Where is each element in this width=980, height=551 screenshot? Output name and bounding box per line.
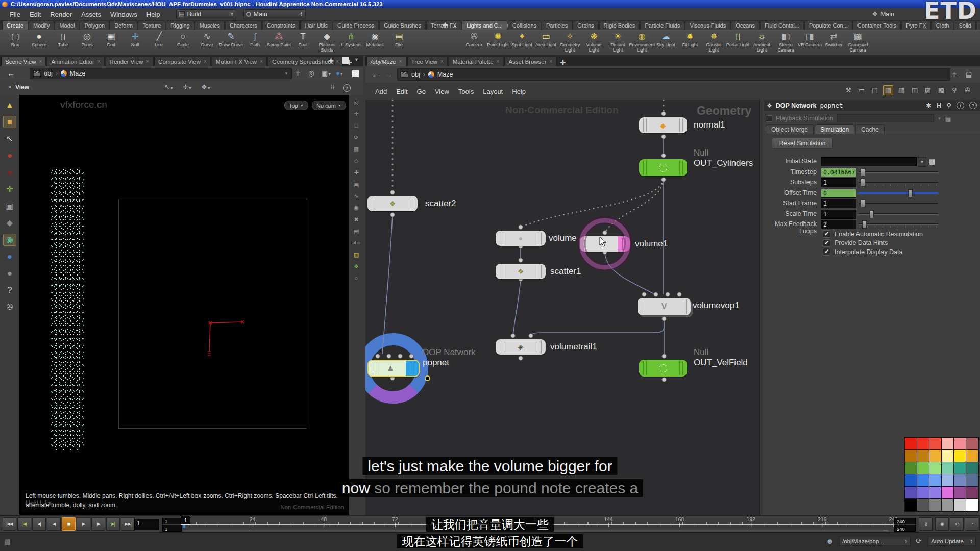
shelf-tool-environment-light[interactable]: ◍Environment Light <box>630 31 654 53</box>
color-swatch[interactable] <box>929 462 941 474</box>
sphere-darkred-icon[interactable]: ● <box>3 166 16 179</box>
transform-handles-icon[interactable]: ✛ <box>3 183 16 195</box>
param-tab-object-merge[interactable]: Object Merge <box>766 124 814 134</box>
shelf-tool-sphere[interactable]: ●Sphere <box>27 31 51 53</box>
shelf-tab-collisions[interactable]: Collisions <box>508 21 541 30</box>
netmenu-view[interactable]: View <box>430 86 454 97</box>
close-tab-icon[interactable]: × <box>440 59 444 65</box>
shelf-set-combo[interactable]: Main ▲▼ <box>243 9 306 19</box>
status-node-path[interactable]: /obj/Maze/pop... ▲▼ <box>839 537 911 546</box>
param-slider-scale-time[interactable] <box>859 210 938 217</box>
shelf-tool-spray-paint[interactable]: ⁂Spray Paint <box>267 31 291 53</box>
playback-file-field[interactable] <box>837 114 934 122</box>
shelf-tab-texture[interactable]: Texture <box>138 21 165 30</box>
help-icon[interactable]: ? <box>969 102 977 109</box>
color-swatch[interactable] <box>917 438 929 449</box>
netmenu-add[interactable]: Add <box>371 86 391 97</box>
chevron-down-icon[interactable]: ▼ <box>918 157 926 167</box>
breadcrumb-node[interactable]: Maze <box>70 70 86 77</box>
color-swatch[interactable] <box>917 474 929 486</box>
shelf-tool-platonic-solids[interactable]: ◆Platonic Solids <box>315 31 339 53</box>
breadcrumb-root[interactable]: obj <box>411 71 420 78</box>
desktop-combo[interactable]: Build ▲▼ <box>176 9 236 19</box>
home-view-icon[interactable]: ◎ <box>351 98 361 106</box>
geometry-box-icon[interactable]: ▣ <box>3 200 16 212</box>
node-scatter2[interactable]: ❖ <box>368 196 418 211</box>
snap-grid-icon[interactable]: ▦ <box>351 145 361 153</box>
prev-key-button[interactable]: |◀ <box>17 517 31 531</box>
pane-tab-render-view[interactable]: Render View× <box>106 57 153 66</box>
tree-list-icon[interactable]: ≔ <box>856 85 867 95</box>
shelf-tab-populate-con[interactable]: Populate Con... <box>804 21 852 30</box>
next-frame-button[interactable]: |▶ <box>91 517 105 531</box>
color-swatch[interactable] <box>905 438 917 449</box>
snapshot-icon[interactable]: ✇ <box>963 85 973 95</box>
shelf-tool-path[interactable]: ∫Path <box>243 31 267 53</box>
close-tab-icon[interactable]: × <box>260 59 263 65</box>
goto-end-button[interactable]: ▶▶| <box>121 517 135 531</box>
update-mode-select[interactable]: Auto Update ▲▼ <box>928 537 976 546</box>
shelf-tab-menu-button[interactable]: ▼ <box>449 24 461 29</box>
play-reverse-button[interactable]: ◀ <box>47 517 61 531</box>
shelf-tool-metaball[interactable]: ◉Metaball <box>363 31 387 53</box>
ghost-display-icon[interactable]: ❖ <box>351 262 361 270</box>
node-volume1[interactable]: ● <box>580 236 630 252</box>
shelf-tool-caustic-light[interactable]: ✵Caustic Light <box>702 31 726 53</box>
file-chooser-icon[interactable]: ▤ <box>929 158 935 165</box>
shelf-tab-particles[interactable]: Particles <box>542 21 572 30</box>
color-swatch[interactable] <box>929 450 941 462</box>
pane-tab-scene-view[interactable]: Scene View× <box>1 57 46 66</box>
label-display-icon[interactable]: abc <box>351 239 361 247</box>
normals-display-icon[interactable]: ✖ <box>351 215 361 223</box>
param-tab-cache[interactable]: Cache <box>855 124 885 134</box>
color-swatch[interactable] <box>954 474 966 486</box>
shelf-tab-constraints[interactable]: Constraints <box>262 21 300 30</box>
slider-handle[interactable] <box>908 189 913 197</box>
range-end-field2[interactable]: 240 <box>894 525 916 532</box>
color-swatch[interactable] <box>917 487 929 498</box>
menu-edit[interactable]: Edit <box>25 9 45 20</box>
close-tab-icon[interactable]: × <box>550 59 553 65</box>
pane-list-icon[interactable]: ▤ <box>966 70 972 78</box>
slider-handle[interactable] <box>869 210 874 218</box>
menu-help[interactable]: Help <box>142 9 165 20</box>
desktop-switcher[interactable]: ❖ Main <box>872 10 894 18</box>
color-swatch[interactable] <box>942 499 953 511</box>
node-volumetrail1[interactable]: ◈ <box>496 339 546 355</box>
stop-button[interactable]: ■ <box>62 517 76 531</box>
sphere-red-icon[interactable]: ● <box>3 149 16 162</box>
slider-handle[interactable] <box>861 199 865 208</box>
color-swatch[interactable] <box>954 450 966 462</box>
play-button[interactable]: ▶ <box>77 517 90 531</box>
current-frame-field[interactable]: 1 <box>134 519 159 530</box>
cube-display-icon[interactable]: ▣▼ <box>322 69 331 77</box>
wire-mode-icon[interactable]: ∿ <box>351 192 361 200</box>
shelf-tab-hair-utils[interactable]: Hair Utils <box>300 21 332 30</box>
shelf-tab-lights-and-c[interactable]: Lights and C... <box>462 21 507 30</box>
shelf-tab-guide-process[interactable]: Guide Process <box>333 21 379 30</box>
color-swatch[interactable] <box>966 438 978 449</box>
snap-point-icon[interactable]: ◇ <box>351 157 361 165</box>
node-scatter1[interactable]: ❖ <box>496 264 546 279</box>
reset-simulation-button[interactable]: Reset Simulation <box>772 138 833 149</box>
shelf-tab-create[interactable]: Create <box>2 21 28 30</box>
color-swatch[interactable] <box>954 462 966 474</box>
color-swatch[interactable] <box>929 499 941 511</box>
loop-mode-button[interactable]: ↩ <box>950 517 964 531</box>
node-normal1[interactable]: ◆ <box>639 117 687 133</box>
param-slider-timestep[interactable] <box>859 168 938 176</box>
notes-icon[interactable]: ▨ <box>923 85 933 95</box>
sphere-display-icon[interactable]: ●▼ <box>336 69 344 77</box>
shelf-tool-ambient-light[interactable]: ☼Ambient Light <box>750 31 774 53</box>
shelf-tool-torus[interactable]: ◎Torus <box>75 31 99 53</box>
shelf-tab-rigging[interactable]: Rigging <box>166 21 194 30</box>
netmenu-edit[interactable]: Edit <box>391 86 412 97</box>
points-display-icon[interactable]: ◉ <box>351 204 361 212</box>
wrench-icon[interactable]: ⚒ <box>843 85 853 95</box>
shelf-tab-guide-brushes[interactable]: Guide Brushes <box>379 21 426 30</box>
shade-mode-icon[interactable]: ▣ <box>351 180 361 188</box>
color-swatch[interactable] <box>954 438 966 449</box>
pane-tab-animation-editor[interactable]: Animation Editor× <box>47 57 104 66</box>
color-swatch[interactable] <box>966 487 978 498</box>
shelf-tab-characters[interactable]: Characters <box>225 21 262 30</box>
